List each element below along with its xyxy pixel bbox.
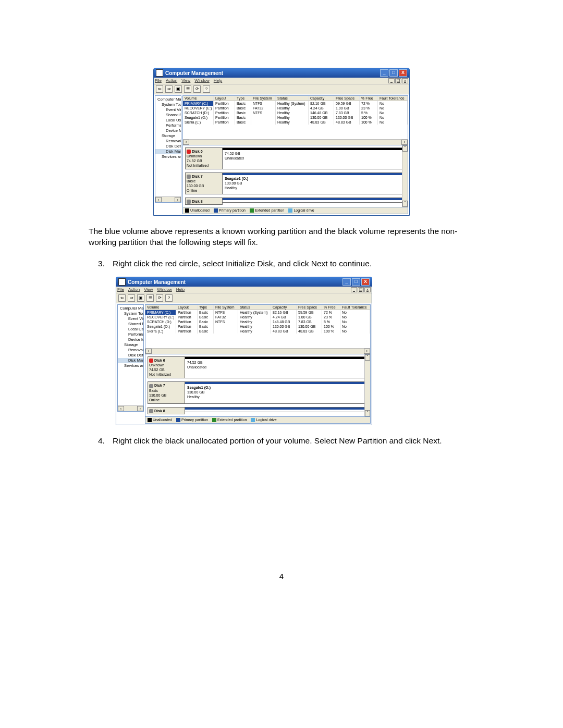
tree-system-tools[interactable]: System Tools xyxy=(155,102,181,107)
col-layout[interactable]: Layout xyxy=(214,96,235,101)
volume-row[interactable]: SCRATCH (D:) Partition Basic NTFS Health… xyxy=(183,110,408,115)
tree-root[interactable]: Computer Management (Local) xyxy=(118,306,143,311)
volume-row[interactable]: Sierra (L:) Partition Basic Healthy 48.8… xyxy=(183,120,408,125)
properties-button[interactable]: ☰ xyxy=(184,85,191,93)
col-filesystem[interactable]: File System xyxy=(214,305,238,310)
mdi-restore[interactable]: ❐ xyxy=(395,78,401,83)
menu-action[interactable]: Action xyxy=(166,78,177,83)
up-button[interactable]: ▣ xyxy=(175,85,182,93)
volume-row[interactable]: PRIMARY (C:) Partition Basic NTFS Health… xyxy=(145,310,370,315)
refresh-button[interactable]: ⟳ xyxy=(193,85,201,93)
volume-row[interactable]: RECOVERY (E:) Partition Basic FAT32 Heal… xyxy=(145,315,370,319)
disk-6-unallocated[interactable]: 74.52 GB Unallocated xyxy=(185,356,368,378)
tree-local-users[interactable]: Local Users and Groups xyxy=(155,118,181,123)
volume-row[interactable]: Seagate1 (O:) Partition Basic Healthy 13… xyxy=(145,324,370,329)
disk-pane-scrollbar[interactable]: ˄ ˅ xyxy=(402,145,408,207)
tree-perf-logs[interactable]: Performance Logs and Alerts xyxy=(155,123,181,128)
disk-8[interactable]: Disk 8 xyxy=(148,407,368,414)
col-volume[interactable]: Volume xyxy=(183,96,214,101)
volume-row[interactable]: Seagate1 (O:) Partition Basic Healthy 13… xyxy=(183,115,408,120)
close-button[interactable]: X xyxy=(361,278,370,286)
navigation-tree[interactable]: Computer Management (Local) System Tools… xyxy=(155,95,181,203)
tree-services-apps[interactable]: Services and Applications xyxy=(118,363,143,368)
menu-window[interactable]: Window xyxy=(157,287,172,292)
col-filesystem[interactable]: File System xyxy=(251,96,276,101)
disk-7-partition[interactable]: Seagate1 (O:) 130.00 GB Healthy xyxy=(185,381,368,403)
tree-disk-defrag[interactable]: Disk Defragmenter xyxy=(155,144,181,149)
tree-disk-management[interactable]: Disk Management xyxy=(155,149,181,154)
tree-system-tools[interactable]: System Tools xyxy=(118,311,143,316)
tree-removable-storage[interactable]: Removable Storage xyxy=(118,348,143,353)
col-layout[interactable]: Layout xyxy=(176,305,198,310)
volume-row[interactable]: RECOVERY (E:) Partition Basic FAT32 Heal… xyxy=(183,106,408,110)
col-capacity[interactable]: Capacity xyxy=(309,96,334,101)
menu-help[interactable]: Help xyxy=(176,287,185,292)
scroll-left-icon[interactable]: ‹ xyxy=(155,197,162,202)
back-button[interactable]: ⇐ xyxy=(156,85,163,93)
back-button[interactable]: ⇐ xyxy=(118,294,126,302)
tree-event-viewer[interactable]: Event Viewer xyxy=(118,316,143,322)
volume-row[interactable]: Sierra (L:) Partition Basic Healthy 48.8… xyxy=(145,329,370,334)
maximize-button[interactable]: □ xyxy=(352,278,360,286)
tree-scrollbar[interactable]: ‹ › xyxy=(155,196,181,202)
navigation-tree[interactable]: Computer Management (Local) System Tools… xyxy=(117,304,144,412)
tree-scrollbar[interactable]: ‹ › xyxy=(118,405,143,411)
tree-device-manager[interactable]: Device Manager xyxy=(118,337,143,342)
list-scrollbar[interactable]: ‹ › xyxy=(145,348,370,354)
col-percent-free[interactable]: % Free xyxy=(322,305,340,310)
col-fault-tolerance[interactable]: Fault Tolerance xyxy=(378,96,408,101)
tree-services-apps[interactable]: Services and Applications xyxy=(155,154,181,159)
menu-view[interactable]: View xyxy=(144,287,153,292)
menu-view[interactable]: View xyxy=(181,78,190,83)
tree-device-manager[interactable]: Device Manager xyxy=(155,128,181,133)
col-free-space[interactable]: Free Space xyxy=(334,96,360,101)
mdi-minimize[interactable]: _ xyxy=(351,287,357,292)
forward-button[interactable]: ⇒ xyxy=(165,85,173,93)
scroll-up-icon[interactable]: ˄ xyxy=(365,354,370,361)
close-button[interactable]: X xyxy=(399,69,407,77)
maximize-button[interactable]: □ xyxy=(389,69,398,77)
col-volume[interactable]: Volume xyxy=(145,305,176,310)
menu-file[interactable]: File xyxy=(117,287,124,292)
disk-6[interactable]: Disk 6 Unknown 74.52 GB Not Initialized … xyxy=(148,356,368,378)
col-free-space[interactable]: Free Space xyxy=(297,305,322,310)
col-type[interactable]: Type xyxy=(198,305,214,310)
col-status[interactable]: Status xyxy=(238,305,271,310)
tree-removable-storage[interactable]: Removable Storage xyxy=(155,139,181,144)
volume-row[interactable]: SCRATCH (D:) Partition Basic NTFS Health… xyxy=(145,319,370,324)
tree-local-users[interactable]: Local Users and Groups xyxy=(118,327,143,332)
list-scrollbar[interactable]: ‹ › xyxy=(183,139,408,145)
scroll-left-icon[interactable]: ‹ xyxy=(183,140,189,145)
help-button[interactable]: ? xyxy=(203,85,210,93)
refresh-button[interactable]: ⟳ xyxy=(156,294,163,302)
scroll-left-icon[interactable]: ‹ xyxy=(145,349,152,354)
menu-file[interactable]: File xyxy=(155,78,162,83)
menu-action[interactable]: Action xyxy=(128,287,140,292)
col-capacity[interactable]: Capacity xyxy=(271,305,297,310)
volume-row[interactable]: PRIMARY (C:) Partition Basic NTFS Health… xyxy=(183,101,408,106)
menu-help[interactable]: Help xyxy=(214,78,222,83)
tree-event-viewer[interactable]: Event Viewer xyxy=(155,107,181,113)
tree-perf-logs[interactable]: Performance Logs and Alerts xyxy=(118,332,143,337)
tree-storage[interactable]: Storage xyxy=(118,342,143,348)
minimize-button[interactable]: _ xyxy=(380,69,388,77)
scroll-right-icon[interactable]: › xyxy=(137,406,143,411)
tree-root[interactable]: Computer Management (Local) xyxy=(155,97,181,102)
disk-7[interactable]: Disk 7 Basic 130.00 GB Online Seagate1 (… xyxy=(185,172,406,194)
scroll-right-icon[interactable]: › xyxy=(175,197,181,202)
scroll-right-icon[interactable]: › xyxy=(401,140,408,145)
disk-6-unallocated[interactable]: 74.52 GB Unallocated xyxy=(223,147,406,169)
disk-7-partition[interactable]: Seagate1 (O:) 130.00 GB Healthy xyxy=(223,172,406,194)
properties-button[interactable]: ☰ xyxy=(146,294,154,302)
up-button[interactable]: ▣ xyxy=(137,294,144,302)
mdi-minimize[interactable]: _ xyxy=(388,78,395,83)
tree-disk-defrag[interactable]: Disk Defragmenter xyxy=(118,353,143,358)
mdi-close[interactable]: x xyxy=(364,287,371,292)
scroll-left-icon[interactable]: ‹ xyxy=(118,406,124,411)
minimize-button[interactable]: _ xyxy=(342,278,351,286)
col-status[interactable]: Status xyxy=(276,96,309,101)
mdi-restore[interactable]: ❐ xyxy=(358,287,364,292)
scroll-right-icon[interactable]: › xyxy=(364,349,370,354)
forward-button[interactable]: ⇒ xyxy=(128,294,135,302)
help-button[interactable]: ? xyxy=(165,294,173,302)
